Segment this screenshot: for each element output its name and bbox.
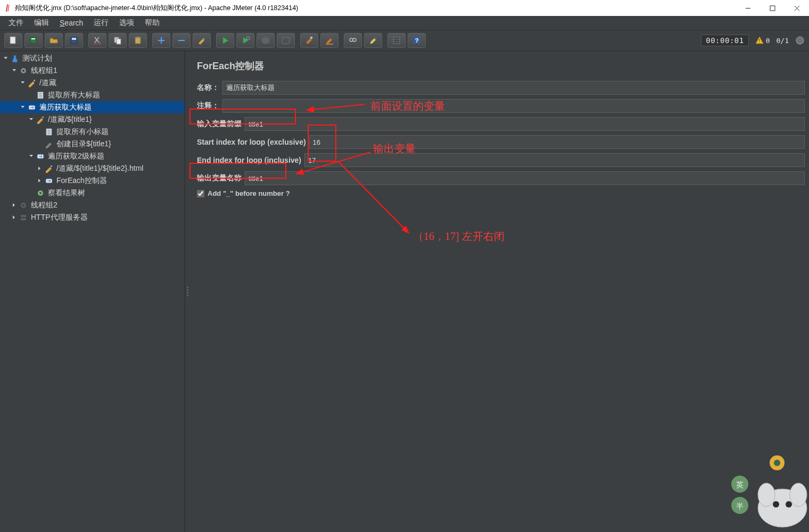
tree-node[interactable]: 遍历获取2级标题 [0, 150, 184, 162]
tree-node[interactable]: 线程组1 [0, 64, 184, 77]
tree-node[interactable]: HTTP代理服务器 [0, 211, 184, 223]
tree-node[interactable]: ForEach控制器 [0, 174, 184, 187]
chevron-right-icon[interactable] [11, 203, 17, 207]
add-button[interactable] [152, 33, 170, 48]
loop-icon [44, 177, 54, 185]
reset-search-button[interactable] [364, 33, 382, 48]
svg-rect-8 [72, 38, 76, 40]
eye-icon [35, 189, 46, 197]
input-prefix-input[interactable] [245, 117, 805, 131]
tree-node-label: 线程组1 [31, 66, 57, 76]
tree-node[interactable]: 测试计划 [0, 52, 184, 64]
start-index-label: Start index for loop (exclusive) [197, 138, 309, 146]
clear-all-button[interactable] [320, 33, 339, 48]
end-index-label: End index for loop (inclusive) [197, 156, 304, 164]
name-input[interactable] [222, 81, 805, 95]
templates-button[interactable] [24, 33, 43, 48]
comment-label: 注释： [197, 101, 222, 111]
start-index-input[interactable] [309, 135, 805, 149]
elapsed-timer: 00:00:01 [701, 35, 748, 46]
output-var-input[interactable] [245, 171, 805, 185]
function-helper-button[interactable] [387, 33, 406, 48]
shutdown-button[interactable] [277, 33, 295, 48]
chevron-down-icon[interactable] [11, 68, 17, 73]
tree-node-label: /道藏/${title1} [48, 115, 92, 124]
end-index-input[interactable] [304, 153, 805, 167]
chevron-down-icon[interactable] [28, 154, 34, 159]
menu-options[interactable]: 选项 [114, 16, 139, 29]
svg-point-60 [786, 501, 792, 508]
server-dim-icon [18, 213, 29, 222]
chevron-down-icon[interactable] [28, 117, 34, 122]
search-button[interactable] [344, 33, 362, 48]
stop-button[interactable] [257, 33, 275, 48]
window-close-button[interactable] [785, 0, 809, 16]
clear-button[interactable] [300, 33, 318, 48]
svg-rect-50 [21, 218, 26, 220]
chevron-down-icon[interactable] [2, 56, 9, 61]
new-button[interactable] [4, 33, 22, 48]
doc-icon [44, 128, 54, 136]
gear-icon [18, 66, 29, 75]
window-title: 殆知阁优化.jmx (D:\soft\apache-jmeter-4.0\bin… [15, 4, 298, 13]
tree-node[interactable]: /道藏/${title1} [0, 113, 184, 126]
chevron-right-icon[interactable] [36, 166, 43, 171]
tree-node[interactable]: 察看结果树 [0, 187, 184, 199]
svg-rect-49 [21, 215, 26, 217]
warning-count[interactable]: ! 0 [755, 36, 770, 45]
paste-button[interactable] [129, 33, 147, 48]
toolbar: ? 00:00:01 ! 0 0/1 [0, 30, 809, 51]
window-minimize-button[interactable] [736, 0, 760, 16]
menu-file[interactable]: 文件 [3, 16, 29, 29]
tree-node[interactable]: 线程组2 [0, 199, 184, 211]
tree-node[interactable]: 提取所有小标题 [0, 126, 184, 138]
svg-point-55 [774, 460, 780, 466]
svg-point-20 [350, 38, 353, 41]
edit-toggle-button[interactable] [193, 33, 211, 48]
svg-point-18 [246, 37, 250, 40]
run-button[interactable] [216, 33, 234, 48]
tree-node[interactable]: 遍历获取大标题 [0, 101, 184, 113]
remove-button[interactable] [172, 33, 191, 48]
tree-node[interactable]: 提取所有大标题 [0, 89, 184, 101]
menu-search[interactable]: Search [54, 17, 88, 29]
menu-help[interactable]: 帮助 [139, 16, 165, 29]
tree-node-label: 提取所有小标题 [56, 127, 109, 137]
jmeter-app-icon [4, 4, 12, 12]
svg-rect-6 [31, 38, 35, 39]
tree-node[interactable]: /道藏 [0, 77, 184, 89]
menu-edit[interactable]: 编辑 [29, 16, 54, 29]
add-underscore-checkbox[interactable] [197, 190, 204, 197]
run-no-timers-button[interactable] [236, 33, 254, 48]
pane-splitter[interactable] [185, 51, 189, 532]
save-button[interactable] [65, 33, 83, 48]
output-var-label: 输出变量名称 [197, 173, 245, 183]
tree-node[interactable]: /道藏/${title1}/${title2}.html [0, 162, 184, 174]
editor-panel: ForEach控制器 名称： 注释： 输入变量前缀 Start index fo… [189, 51, 809, 532]
tree-node-label: 测试计划 [22, 54, 52, 63]
svg-rect-4 [10, 37, 15, 44]
copy-button[interactable] [109, 33, 127, 48]
svg-point-30 [22, 70, 24, 72]
annotation-text-3: （16，17] 左开右闭 [413, 229, 505, 244]
tree-node[interactable]: 创建目录${title1} [0, 138, 184, 150]
window-maximize-button[interactable] [760, 0, 785, 16]
svg-point-63 [731, 497, 748, 514]
test-plan-tree[interactable]: 测试计划线程组1/道藏提取所有大标题遍历获取大标题/道藏/${title1}提取… [0, 51, 185, 532]
panel-title: ForEach控制器 [197, 60, 805, 72]
help-button[interactable]: ? [408, 33, 426, 48]
chevron-right-icon[interactable] [11, 215, 17, 220]
cut-button[interactable] [88, 33, 106, 48]
chevron-down-icon[interactable] [19, 80, 26, 85]
menu-run[interactable]: 运行 [88, 16, 114, 29]
tree-node-label: 创建目录${title1} [56, 139, 111, 149]
chevron-right-icon[interactable] [36, 178, 43, 183]
open-button[interactable] [45, 33, 63, 48]
window-titlebar: 殆知阁优化.jmx (D:\soft\apache-jmeter-4.0\bin… [0, 0, 809, 16]
svg-rect-31 [34, 80, 35, 81]
chevron-down-icon[interactable] [19, 105, 26, 110]
add-underscore-label[interactable]: Add "_" before number ? [208, 189, 290, 197]
comment-input[interactable] [222, 99, 805, 113]
svg-rect-5 [30, 37, 36, 43]
tree-node-label: /道藏/${title1}/${title2}.html [56, 164, 143, 173]
